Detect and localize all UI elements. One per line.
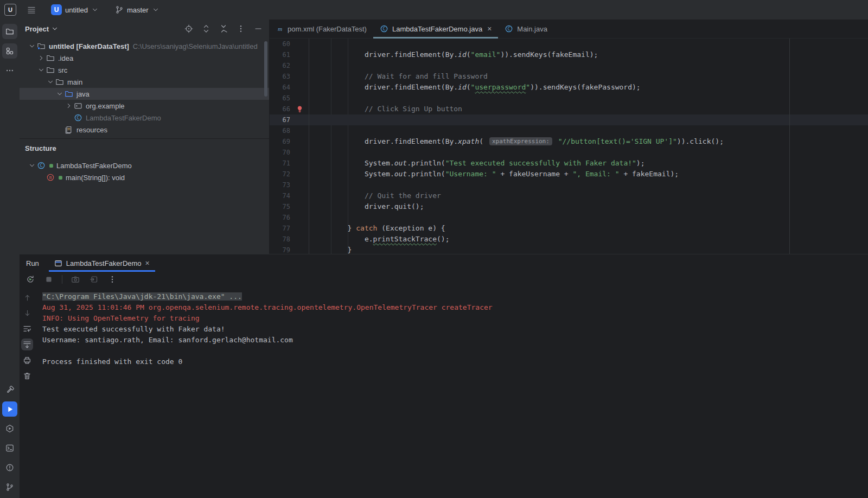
tree-item-lambdatestfakerdemo[interactable]: CLambdaTestFakerDemo: [20, 112, 269, 124]
toolstrip-build-button[interactable]: [2, 382, 17, 397]
code-line-76[interactable]: 76: [270, 212, 868, 223]
ide-logo[interactable]: U: [4, 4, 16, 16]
tree-item-lambdatestfakerdemo[interactable]: CLambdaTestFakerDemo: [20, 159, 269, 171]
clear-all-button[interactable]: [21, 370, 33, 382]
line-number[interactable]: 62: [270, 60, 290, 71]
toolstrip-version-control-button[interactable]: [2, 480, 17, 495]
toolstrip-problems-button[interactable]: [2, 460, 17, 475]
code-line-77[interactable]: 77 } catch (Exception e) {: [270, 223, 868, 234]
thread-dump-button[interactable]: [70, 274, 81, 285]
tree-item-java[interactable]: java: [20, 88, 269, 100]
rerun-button[interactable]: [25, 274, 36, 285]
code-line-74[interactable]: 74 // Quit the driver: [270, 190, 868, 201]
line-number[interactable]: 64: [270, 82, 290, 93]
soft-wrap-button[interactable]: [21, 323, 33, 335]
console-line-4[interactable]: Test executed successfully with Faker da…: [42, 324, 868, 335]
console-output[interactable]: "C:\Program Files\Java\jdk-21\bin\java.e…: [35, 287, 868, 498]
run-tab[interactable]: LambdaTestFakerDemo ×: [49, 254, 155, 272]
code-line-70[interactable]: 70: [270, 147, 868, 158]
more-actions-button[interactable]: [107, 274, 118, 285]
code-line-72[interactable]: 72 System.out.println("Username: " + fak…: [270, 169, 868, 180]
project-scrollbar[interactable]: [264, 41, 267, 97]
toolstrip-terminal-button[interactable]: [2, 440, 17, 456]
line-number[interactable]: 76: [270, 212, 290, 223]
tree-item-main[interactable]: main: [20, 76, 269, 88]
tree-item-resources[interactable]: resources: [20, 124, 269, 136]
toolstrip-services-button[interactable]: [2, 421, 17, 436]
toolstrip-run-button[interactable]: [2, 401, 17, 417]
line-number[interactable]: 75: [270, 201, 290, 212]
code-line-79[interactable]: 79 }: [270, 245, 868, 254]
svg-text:C: C: [76, 115, 79, 120]
code-line-62[interactable]: 62: [270, 60, 868, 71]
code-line-65[interactable]: 65: [270, 93, 868, 104]
editor-tab-main-java[interactable]: CMain.java: [498, 20, 554, 38]
console-line-2[interactable]: Aug 31, 2025 11:01:46 PM org.openqa.sele…: [42, 302, 868, 313]
editor-tab-pom-xml[interactable]: mpom.xml (FakerDataTest): [270, 20, 373, 38]
branch-widget[interactable]: master: [111, 2, 164, 17]
toolstrip-project-button[interactable]: [2, 24, 17, 39]
tree-item-org-example[interactable]: org.example: [20, 100, 269, 112]
code-line-67[interactable]: 67: [270, 114, 868, 125]
next-occurrence-button[interactable]: [21, 307, 33, 319]
line-number[interactable]: 71: [270, 158, 290, 169]
code-line-63[interactable]: 63 // Wait for and fill Password: [270, 71, 868, 82]
tree-item-untitled-fakerdatatest[interactable]: untitled [FakerDataTest]C:\Users\saniyag…: [20, 40, 269, 52]
code-line-71[interactable]: 71 System.out.println("Test executed suc…: [270, 158, 868, 169]
collapse-all-button[interactable]: [218, 23, 229, 34]
code-line-68[interactable]: 68: [270, 125, 868, 136]
console-line-5[interactable]: Username: santiago.rath, Email: sanford.…: [42, 335, 868, 346]
line-number[interactable]: 77: [270, 223, 290, 234]
stop-button[interactable]: [43, 274, 54, 285]
console-line-6[interactable]: [42, 346, 868, 356]
tree-item-main-string-void[interactable]: mmain(String[]): void: [20, 171, 269, 183]
line-number[interactable]: 68: [270, 125, 290, 136]
console-line-7[interactable]: Process finished with exit code 0: [42, 356, 868, 367]
line-number[interactable]: 66: [270, 104, 290, 114]
hamburger-icon: [27, 5, 36, 14]
code-line-73[interactable]: 73: [270, 180, 868, 190]
line-number[interactable]: 74: [270, 190, 290, 201]
code-line-75[interactable]: 75 driver.quit();: [270, 201, 868, 212]
locate-file-button[interactable]: [183, 23, 194, 34]
tree-item-idea[interactable]: .idea: [20, 52, 269, 64]
project-widget[interactable]: U untitled: [47, 2, 103, 17]
close-run-tab-button[interactable]: ×: [145, 259, 150, 267]
project-panel-title[interactable]: Project: [25, 25, 59, 33]
prev-occurrence-button[interactable]: [21, 291, 33, 303]
stop-icon: [44, 275, 53, 284]
line-number[interactable]: 65: [270, 93, 290, 104]
intention-bulb-icon[interactable]: [296, 105, 303, 113]
line-number[interactable]: 69: [270, 136, 290, 147]
tree-item-src[interactable]: src: [20, 64, 269, 76]
line-number[interactable]: 67: [270, 114, 290, 125]
code-editor[interactable]: 6061 driver.findElement(By.id("email")).…: [270, 39, 868, 254]
line-number[interactable]: 79: [270, 245, 290, 254]
code-line-61[interactable]: 61 driver.findElement(By.id("email")).se…: [270, 49, 868, 60]
toolstrip-more-tool-windows-button[interactable]: [2, 63, 17, 78]
toolstrip-structure-button[interactable]: [2, 43, 17, 59]
attach-console-button[interactable]: [88, 274, 99, 285]
hide-panel-button[interactable]: [253, 23, 264, 34]
print-button[interactable]: [21, 354, 33, 366]
line-number[interactable]: 60: [270, 39, 290, 49]
code-line-78[interactable]: 78 e.printStackTrace();: [270, 234, 868, 245]
line-number[interactable]: 61: [270, 49, 290, 60]
code-line-69[interactable]: 69 driver.findElement(By.xpath( xpathExp…: [270, 136, 868, 147]
code-line-60[interactable]: 60: [270, 39, 868, 49]
main-menu-button[interactable]: [24, 2, 39, 17]
editor-tab-lambdatestfakerdemo-java[interactable]: CLambdaTestFakerDemo.java×: [373, 20, 498, 38]
code-line-64[interactable]: 64 driver.findElement(By.id("userpasswor…: [270, 82, 868, 93]
line-number[interactable]: 73: [270, 180, 290, 190]
console-line-1[interactable]: "C:\Program Files\Java\jdk-21\bin\java.e…: [42, 291, 868, 302]
line-number[interactable]: 72: [270, 169, 290, 180]
console-line-3[interactable]: INFO: Using OpenTelemetry for tracing: [42, 313, 868, 324]
line-number[interactable]: 78: [270, 234, 290, 245]
scroll-to-end-button[interactable]: [21, 339, 33, 350]
code-line-66[interactable]: 66 // Click Sign Up button: [270, 104, 868, 114]
expand-all-button[interactable]: [201, 23, 212, 34]
more-options-button[interactable]: [235, 23, 246, 34]
close-tab-button[interactable]: ×: [486, 25, 492, 33]
line-number[interactable]: 70: [270, 147, 290, 158]
line-number[interactable]: 63: [270, 71, 290, 82]
